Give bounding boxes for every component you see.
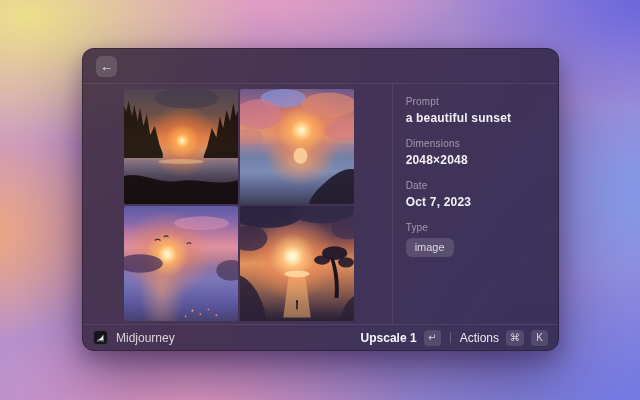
desktop-background: ← xyxy=(0,0,640,400)
sunset-forest-art xyxy=(124,89,238,204)
generated-image-1[interactable] xyxy=(124,89,238,204)
sunset-birds-art xyxy=(124,206,238,321)
footer-divider xyxy=(450,332,451,343)
field-label: Dimensions xyxy=(406,138,544,149)
generated-image-3[interactable] xyxy=(124,206,238,321)
midjourney-logo-icon xyxy=(93,330,108,345)
command-key-icon: ⌘ xyxy=(506,330,524,346)
actions-label: Actions xyxy=(460,331,499,345)
metadata-field-date: Date Oct 7, 2023 xyxy=(406,180,544,209)
generated-image-grid xyxy=(124,89,354,321)
action-bar: Midjourney Upscale 1 ↵ Actions ⌘ K xyxy=(83,324,558,350)
upscale-action-button[interactable]: Upscale 1 ↵ xyxy=(361,330,441,346)
metadata-field-type: Type image xyxy=(406,222,544,257)
generated-image-2[interactable] xyxy=(240,89,354,204)
field-label: Type xyxy=(406,222,544,233)
k-key-icon: K xyxy=(531,330,548,346)
metadata-field-dimensions: Dimensions 2048×2048 xyxy=(406,138,544,167)
image-preview-pane xyxy=(83,84,392,324)
content-area: Prompt a beautiful sunset Dimensions 204… xyxy=(83,84,558,324)
field-value: a beautiful sunset xyxy=(406,111,544,125)
app-window: ← xyxy=(82,48,559,351)
generated-image-4[interactable] xyxy=(240,206,354,321)
app-name-label: Midjourney xyxy=(116,331,175,345)
back-button[interactable]: ← xyxy=(96,56,117,77)
app-identity: Midjourney xyxy=(93,330,175,345)
field-value: 2048×2048 xyxy=(406,153,544,167)
field-value: Oct 7, 2023 xyxy=(406,195,544,209)
action-controls: Upscale 1 ↵ Actions ⌘ K xyxy=(361,330,548,346)
metadata-panel: Prompt a beautiful sunset Dimensions 204… xyxy=(392,84,558,324)
metadata-field-prompt: Prompt a beautiful sunset xyxy=(406,96,544,125)
actions-menu-button[interactable]: Actions ⌘ K xyxy=(460,330,548,346)
type-badge: image xyxy=(406,238,454,257)
upscale-action-label: Upscale 1 xyxy=(361,331,417,345)
field-label: Date xyxy=(406,180,544,191)
sunset-clouds-art xyxy=(240,89,354,204)
field-label: Prompt xyxy=(406,96,544,107)
back-arrow-icon: ← xyxy=(100,60,113,73)
return-key-icon: ↵ xyxy=(424,330,441,346)
sunset-tree-art xyxy=(240,206,354,321)
window-header: ← xyxy=(83,49,558,84)
